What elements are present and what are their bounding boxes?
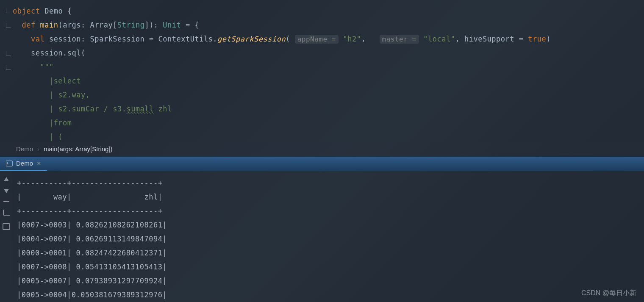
gutter [0, 0, 9, 142]
arrow-up-icon[interactable] [4, 177, 9, 181]
keyword-val: val [31, 35, 44, 43]
sql-warn-token: sumall [126, 105, 153, 113]
params: (args: Array[ [58, 21, 117, 29]
arg-hive: , hiveSupport = [455, 35, 528, 43]
watermark: CSDN @每日小新 [581, 289, 636, 298]
fold-marker-icon[interactable] [6, 65, 11, 70]
val-decl: session: SparkSession = ContextUtils. [44, 35, 217, 43]
console-line: |0005->0007| 0.07938931297709924| [17, 277, 167, 285]
fold-marker-icon[interactable] [6, 8, 11, 13]
console-output[interactable]: +----------+-------------------+ | way| … [13, 171, 167, 302]
fold-marker-icon[interactable] [6, 51, 11, 55]
sql-line: |select [49, 77, 81, 85]
console-line: +----------+-------------------+ [17, 207, 163, 215]
keyword-object: object [13, 7, 40, 15]
sql-line: | s2.way, [49, 91, 90, 99]
call-sql: session.sql( [31, 49, 86, 57]
code-content[interactable]: object Demo { def main(args: Array[Strin… [13, 4, 551, 144]
params-close: ]): [144, 21, 163, 29]
fn-main: main [40, 21, 58, 29]
console-line: |0000->0001| 0.08247422680412371| [17, 249, 167, 257]
type-string: String [117, 21, 144, 29]
run-tab-demo[interactable]: Demo ✕ [0, 157, 47, 171]
run-toolbar [0, 171, 13, 302]
console-line: +----------+-------------------+ [17, 179, 163, 187]
paren: ( [286, 35, 290, 43]
keyword-def: def [22, 21, 35, 29]
param-hint-master: master = [380, 35, 419, 44]
arrow-down-icon[interactable] [4, 189, 9, 193]
code-editor[interactable]: object Demo { def main(args: Array[Strin… [0, 0, 644, 142]
console-line: |0005->0004|0.050381679389312976| [17, 291, 167, 299]
console-line: |0007->0008| 0.05413105413105413| [17, 263, 167, 271]
console-line: |0007->0003| 0.08262108262108261| [17, 221, 167, 229]
console-line: |0004->0007| 0.06269113149847094| [17, 235, 167, 243]
scroll-to-end-icon[interactable] [3, 210, 10, 216]
sql-line: zhl [154, 105, 172, 113]
breadcrumb: Demo › main(args: Array[String]) [0, 142, 644, 155]
triple-quote: """ [40, 63, 53, 71]
class-name: Demo [44, 7, 63, 15]
param-hint-appName: appName = [295, 35, 339, 44]
console-line: | way| zhl| [17, 193, 163, 201]
paren-close: ) [546, 35, 551, 43]
eq-brace: = { [181, 21, 199, 29]
sql-line: | ( [49, 133, 63, 141]
type-unit: Unit [163, 21, 181, 29]
string-literal: "local" [423, 35, 455, 43]
terminal-icon [6, 161, 13, 166]
fn-getSparkSession: getSparkSession [217, 35, 286, 43]
run-toolwindow-tabs: Demo ✕ [0, 157, 644, 171]
breadcrumb-item-current[interactable]: main(args: Array[String]) [44, 145, 113, 152]
run-tab-label: Demo [16, 160, 33, 167]
string-literal: "h2" [343, 35, 361, 43]
comma: , [361, 35, 366, 43]
breadcrumb-item[interactable]: Demo [16, 145, 33, 152]
fold-marker-icon[interactable] [6, 23, 11, 28]
soft-wrap-icon[interactable] [3, 201, 9, 202]
print-icon[interactable] [3, 223, 10, 230]
sql-line: | s2.sumCar / s3. [49, 105, 127, 113]
run-toolwindow: +----------+-------------------+ | way| … [0, 171, 644, 302]
chevron-right-icon: › [37, 145, 39, 152]
literal-true: true [528, 35, 546, 43]
brace: { [67, 7, 72, 15]
sql-line: |from [49, 119, 72, 127]
close-icon[interactable]: ✕ [36, 160, 42, 167]
